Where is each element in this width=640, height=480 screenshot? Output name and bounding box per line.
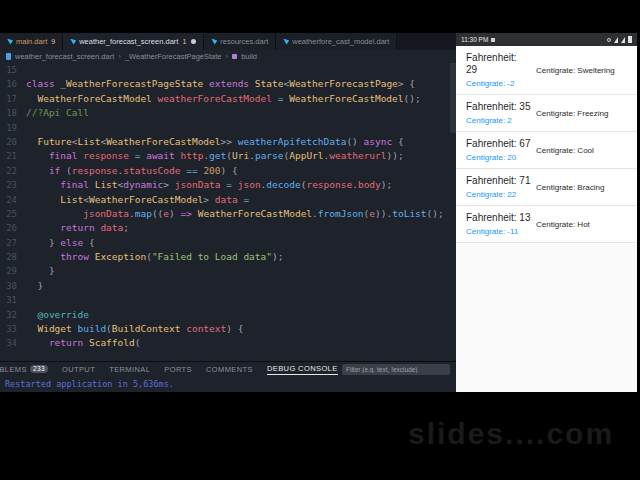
code-text: return Scaffold( (26, 336, 140, 350)
breadcrumb-class[interactable]: _WeatherForecastPageState (125, 52, 222, 61)
weather-item-left: Fahrenheit: 71Centigrate: 22 (466, 175, 524, 199)
phone-status-bar: 11:30 PM (456, 33, 637, 46)
code-line: 23 final List<dynamic> jsonData = json.d… (0, 178, 456, 192)
weather-item-left: Fahrenheit: 13Centigrate: -11 (466, 212, 524, 236)
code-line: 19 (0, 121, 456, 135)
panel-tab-terminal[interactable]: TERMINAL (109, 365, 150, 375)
debug-console-output[interactable]: Restarted application in 5,636ms. (0, 377, 456, 392)
code-token: = (135, 150, 146, 161)
code-token (26, 150, 49, 161)
weather-list-item[interactable]: Fahrenheit: 13Centigrate: -11Centigrate:… (456, 206, 637, 243)
code-token: ; (123, 222, 129, 233)
line-number: 30 (0, 279, 26, 293)
centigrade-label-text: Centigrate: Cool (536, 146, 594, 155)
code-token: statusCode (123, 165, 186, 176)
centigrade-label-text: Centigrate: Hot (536, 220, 590, 229)
editor-tab[interactable]: resources.dart (204, 33, 276, 50)
panel-tab-label: PORTS (164, 365, 192, 374)
code-token: Uri (232, 150, 249, 161)
fahrenheit-text: Fahrenheit: 29 (466, 52, 522, 76)
tab-label: weatherfore_cast_model.dart (292, 37, 389, 46)
editor-tab[interactable]: weather_forecast_screen.dart1 (63, 33, 204, 50)
code-line: 22 if (response.statusCode == 200) { (0, 164, 456, 178)
code-token: )); (387, 150, 404, 161)
panel-tab-label: OUTPUT (62, 365, 95, 374)
tab-bar: main.dart9weather_forecast_screen.dart1r… (0, 33, 456, 50)
code-token: BuildContext (112, 323, 186, 334)
code-text: List<WeatherForeCastModel> data = (26, 193, 249, 207)
code-token: weatherForeCastModel (158, 93, 278, 104)
panel-tab-label: PROBLEMS (0, 365, 27, 374)
code-token (26, 337, 49, 348)
tab-problems-badge: 9 (51, 38, 55, 45)
file-icon (6, 53, 11, 60)
panel-tabs: PROBLEMS233OUTPUTTERMINALPORTSCOMMENTSDE… (0, 364, 338, 375)
code-token: else (60, 237, 89, 248)
line-number: 25 (0, 207, 26, 221)
code-text: Widget build(BuildContext context) { (26, 322, 243, 336)
code-token: WeatherForeCastModel (89, 194, 203, 205)
code-token: = (243, 194, 249, 205)
fahrenheit-text: Fahrenheit: 13 (466, 212, 524, 224)
code-token: = (226, 179, 237, 190)
code-token: response (72, 165, 118, 176)
status-icon (607, 38, 611, 42)
breadcrumb-file[interactable]: weather_forecast_screen.dart (15, 52, 114, 61)
code-token: return (49, 337, 89, 348)
code-line: 27 } else { (0, 236, 456, 250)
panel-tab-output[interactable]: OUTPUT (62, 365, 95, 375)
filter-input[interactable] (342, 364, 450, 375)
weather-item-left: Fahrenheit: 35Centigrate: 2 (466, 101, 524, 125)
breadcrumb-method[interactable]: build (241, 52, 257, 61)
weather-item-left: Fahrenheit: 29Centigrate: -2 (466, 52, 524, 88)
editor-tab[interactable]: main.dart9 (0, 33, 63, 50)
code-token: List (95, 179, 118, 190)
code-token (26, 179, 60, 190)
code-token: () (346, 136, 363, 147)
weather-list-item[interactable]: Fahrenheit: 35Centigrate: 2Centigrate: F… (456, 95, 637, 132)
code-token: class (26, 78, 60, 89)
code-token: (); (404, 93, 421, 104)
code-line: 25 jsonData.map((e) => WeatherForeCastMo… (0, 207, 456, 221)
code-token: data (100, 222, 123, 233)
panel-tab-comments[interactable]: COMMENTS (206, 365, 253, 375)
code-token: Exception (95, 251, 146, 262)
code-token: jsonData (83, 208, 129, 219)
code-token: WeatherForecastPage (289, 78, 398, 89)
code-text: Future<List<WeatherForeCastModel>> weath… (26, 135, 404, 149)
code-lines[interactable]: 1516class _WeatherForecastPageState exte… (0, 63, 456, 361)
code-token: { (398, 136, 404, 147)
code-line: 24 List<WeatherForeCastModel> data = (0, 193, 456, 207)
tab-label: weather_forecast_screen.dart (79, 37, 178, 46)
centigrade-value-text: Centigrate: -2 (466, 79, 524, 88)
panel-tab-debug-console[interactable]: DEBUG CONSOLE (267, 364, 338, 375)
code-text: final List<dynamic> jsonData = json.deco… (26, 178, 392, 192)
code-token: WeatherForeCastModel (37, 93, 157, 104)
code-token: )) (375, 208, 386, 219)
panel-tab-problems[interactable]: PROBLEMS233 (0, 365, 48, 375)
code-text: throw Exception("Failed to Load data"); (26, 250, 283, 264)
panel-tab-ports[interactable]: PORTS (164, 365, 192, 375)
centigrade-value-text: Centigrate: 20 (466, 153, 524, 162)
code-token: map (135, 208, 152, 219)
code-text: class _WeatherForecastPageState extends … (26, 77, 415, 91)
code-line: 28 throw Exception("Failed to Load data"… (0, 250, 456, 264)
weather-list-item[interactable]: Fahrenheit: 29Centigrate: -2Centigrate: … (456, 46, 637, 95)
tab-problems-badge: 1 (182, 38, 186, 45)
code-text: } (26, 264, 55, 278)
code-token: ); (381, 179, 392, 190)
code-token: List (60, 194, 83, 205)
breadcrumb[interactable]: weather_forecast_screen.dart › _WeatherF… (0, 50, 456, 63)
code-line: 21 final response = await http.get(Uri.p… (0, 149, 456, 163)
weather-list-item[interactable]: Fahrenheit: 67Centigrate: 20Centigrate: … (456, 132, 637, 169)
code-token: >> (221, 136, 238, 147)
weather-list-item[interactable]: Fahrenheit: 71Centigrate: 22Centigrate: … (456, 169, 637, 206)
editor-tab[interactable]: weatherfore_cast_model.dart (276, 33, 397, 50)
code-text: final response = await http.get(Uri.pars… (26, 149, 404, 163)
code-token: toList (392, 208, 426, 219)
centigrade-label-text: Centigrate: Bracing (536, 183, 604, 192)
line-number: 34 (0, 336, 26, 350)
code-token: (( (152, 208, 163, 219)
code-line: 29 } (0, 264, 456, 278)
console-line: Restarted application in 5,636ms. (5, 379, 174, 389)
